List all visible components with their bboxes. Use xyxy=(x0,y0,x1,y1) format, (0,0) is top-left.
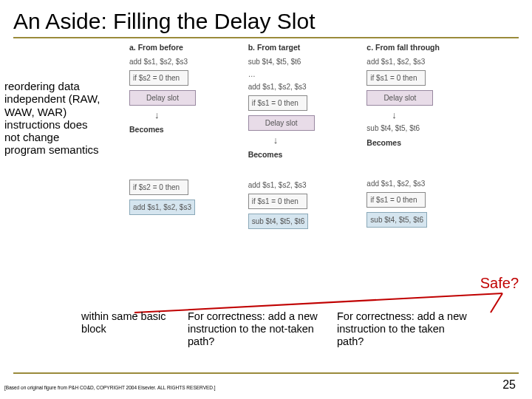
branch-box: if $s2 = 0 then xyxy=(129,70,188,86)
code-line: sub $t4, $t5, $t6 xyxy=(366,211,469,229)
spacer xyxy=(366,151,469,178)
becomes-label: Becomes xyxy=(366,138,469,147)
page-number: 25 xyxy=(502,378,516,392)
bottom-c: For correctness: add a new instruction t… xyxy=(337,310,468,348)
delay-slot-box: Delay slot xyxy=(366,90,433,106)
slide-title: An Aside: Filling the Delay Slot xyxy=(0,0,532,37)
code-line: add $s1, $s2, $s3 xyxy=(129,198,232,216)
code-line: if $s2 = 0 then xyxy=(129,178,232,197)
code-line: sub $t4, $t5, $t6 xyxy=(248,212,351,231)
code-line: if $s2 = 0 then xyxy=(129,69,232,87)
code-line: sub $t4, $t5, $t6 xyxy=(248,56,351,67)
code-line: add $s1, $s2, $s3 xyxy=(366,56,469,67)
branch-box: if $s1 = 0 then xyxy=(366,70,426,86)
becomes-label: Becomes xyxy=(248,150,351,159)
code-line: if $s1 = 0 then xyxy=(248,192,351,211)
filled-slot-box: add $s1, $s2, $s3 xyxy=(129,200,195,215)
code-line: add $s1, $s2, $s3 xyxy=(248,81,351,92)
branch-box: if $s1 = 0 then xyxy=(248,194,307,209)
code-line: if $s1 = 0 then xyxy=(248,94,351,112)
code-line: add $s1, $s2, $s3 xyxy=(366,178,469,189)
arrow-down-icon: ↓ xyxy=(154,109,232,120)
code-line: if $s1 = 0 then xyxy=(366,191,469,209)
bottom-b: For correctness: add a new instruction t… xyxy=(188,310,319,348)
left-annotation: reordering data independent (RAW, WAW, W… xyxy=(4,80,100,157)
figure: a. From before add $s1, $s2, $s3 if $s2 … xyxy=(129,43,469,232)
footer-rule xyxy=(13,372,519,374)
citation-text: [Based on original figure from P&H CO&D,… xyxy=(4,385,216,390)
code-line: Delay slot xyxy=(248,114,351,132)
filled-slot-box: sub $t4, $t5, $t6 xyxy=(248,214,309,229)
code-line: … xyxy=(248,69,351,80)
bottom-annotations: within same basic block For correctness:… xyxy=(81,310,510,348)
delay-slot-box: Delay slot xyxy=(129,90,196,106)
code-line: Delay slot xyxy=(129,89,232,107)
bottom-a: within same basic block xyxy=(81,310,170,348)
branch-box: if $s1 = 0 then xyxy=(248,95,307,111)
col-a-header: a. From before xyxy=(129,43,232,52)
arrow-down-icon: ↓ xyxy=(392,109,469,120)
code-line: if $s1 = 0 then xyxy=(366,69,469,87)
col-b: b. From target sub $t4, $t5, $t6 … add $… xyxy=(248,43,351,232)
filled-slot-box: sub $t4, $t5, $t6 xyxy=(366,212,427,228)
code-line: Delay slot xyxy=(366,89,469,107)
branch-box: if $s1 = 0 then xyxy=(366,192,426,208)
code-line: sub $t4, $t5, $t6 xyxy=(366,123,469,134)
spacer xyxy=(129,138,232,178)
col-a: a. From before add $s1, $s2, $s3 if $s2 … xyxy=(129,43,232,232)
col-c: c. From fall through add $s1, $s2, $s3 i… xyxy=(366,43,469,232)
title-underline xyxy=(13,37,519,38)
arrow-down-icon: ↓ xyxy=(273,134,351,146)
spacer xyxy=(248,163,351,180)
becomes-label: Becomes xyxy=(129,125,232,134)
col-c-header: c. From fall through xyxy=(366,43,469,52)
safe-question: Safe? xyxy=(480,275,519,292)
branch-box: if $s2 = 0 then xyxy=(129,180,188,195)
col-b-header: b. From target xyxy=(248,43,351,52)
code-line: add $s1, $s2, $s3 xyxy=(129,56,232,67)
code-line: add $s1, $s2, $s3 xyxy=(248,180,351,191)
delay-slot-box: Delay slot xyxy=(248,115,315,131)
